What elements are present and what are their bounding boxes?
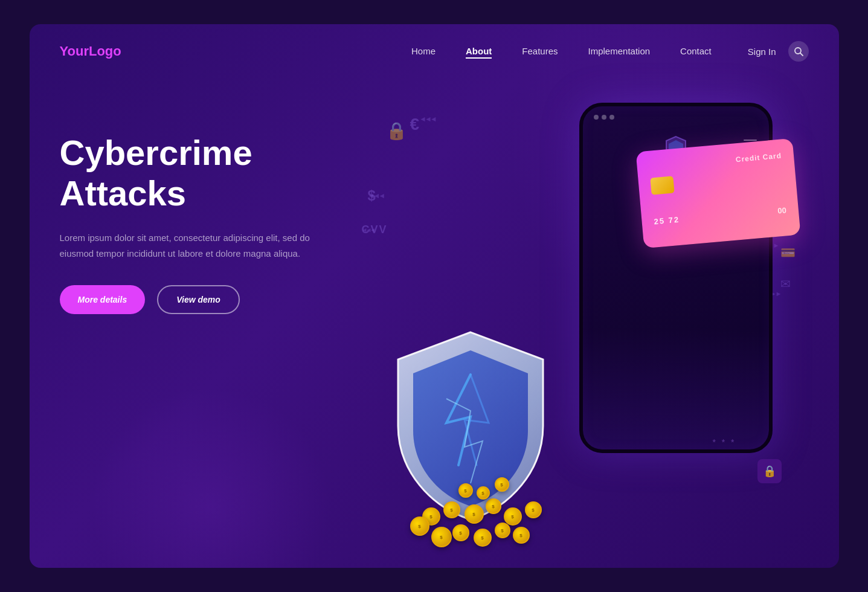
credit-card: Credit Card 25 72 00 <box>635 138 800 248</box>
hero-buttons: More details View demo <box>60 285 350 314</box>
navbar: YourLogo Home About Features Implementat… <box>30 24 839 79</box>
coin-4: $ <box>486 498 501 514</box>
hero-section: Cybercrime Attacks Lorem ipsum dolor sit… <box>30 79 839 568</box>
cvv-label: CVV◄◄◄ <box>362 224 390 236</box>
hero-title-line2: Attacks <box>60 173 187 213</box>
dollar-symbol: $◄◄◄ <box>368 187 379 204</box>
nav-item-contact[interactable]: Contact <box>680 46 712 57</box>
coin-falling-2: $ <box>477 486 490 500</box>
nav-links: Home About Features Implementation Conta… <box>411 46 712 57</box>
nav-item-implementation[interactable]: Implementation <box>588 46 651 57</box>
nav-link-features[interactable]: Features <box>522 46 558 56</box>
coin-8: $ <box>452 524 469 541</box>
hero-description: Lorem ipsum dolor sit amet, consectetur … <box>60 230 313 261</box>
hero-illustration: €◄◄◄ $◄◄◄ CVV◄◄◄ 🔒 <box>350 97 809 568</box>
logo[interactable]: YourLogo <box>60 43 121 59</box>
coin-9: $ <box>474 529 492 547</box>
coin-2: $ <box>443 501 460 518</box>
nav-link-about[interactable]: About <box>466 46 492 59</box>
phone-dot-3 <box>609 115 614 120</box>
nav-item-about[interactable]: About <box>466 46 492 57</box>
nav-item-home[interactable]: Home <box>411 46 436 57</box>
euro-symbol: €◄◄◄ <box>410 115 420 134</box>
lock-icon: 🔒 <box>757 459 782 483</box>
asterisks-decoration: * * * <box>712 437 736 447</box>
hero-title-line1: Cybercrime <box>60 133 252 172</box>
card-number: 25 72 <box>654 215 680 227</box>
phone-dot-1 <box>594 115 599 120</box>
coin-falling-1: $ <box>458 483 473 498</box>
card-float-icon: 💳 <box>780 245 797 260</box>
more-details-button[interactable]: More details <box>60 285 146 314</box>
search-button[interactable] <box>788 41 809 62</box>
bug-icon: 🔒 <box>386 121 407 141</box>
coin-11: $ <box>513 527 530 544</box>
card-chip <box>650 176 674 195</box>
phone-screen-glow <box>583 329 769 449</box>
nav-right: Sign In <box>748 41 809 62</box>
coin-falling-3: $ <box>495 477 509 492</box>
nav-link-home[interactable]: Home <box>411 46 436 56</box>
coin-6: $ <box>525 501 542 518</box>
card-end-digits: 00 <box>777 205 786 215</box>
envelope-icon-2: ✉ <box>780 277 797 291</box>
coin-7: $ <box>431 527 452 547</box>
nav-link-contact[interactable]: Contact <box>680 46 712 56</box>
sign-in-link[interactable]: Sign In <box>748 47 776 57</box>
coins-area: $ $ $ $ $ $ $ $ $ $ $ $ $ $ $ <box>410 483 579 556</box>
coin-12: $ <box>410 516 429 536</box>
search-icon <box>794 47 803 56</box>
hero-left: Cybercrime Attacks Lorem ipsum dolor sit… <box>60 97 350 568</box>
view-demo-button[interactable]: View demo <box>157 285 240 314</box>
card-label: Credit Card <box>735 152 782 164</box>
svg-line-1 <box>800 53 803 56</box>
hero-title: Cybercrime Attacks <box>60 133 350 213</box>
nav-item-features[interactable]: Features <box>522 46 558 57</box>
phone-dot-2 <box>602 115 606 120</box>
coin-10: $ <box>495 523 510 538</box>
phone-notch <box>583 106 769 128</box>
coin-3: $ <box>465 504 484 524</box>
nav-link-implementation[interactable]: Implementation <box>588 46 651 56</box>
page-wrapper: YourLogo Home About Features Implementat… <box>30 24 839 568</box>
